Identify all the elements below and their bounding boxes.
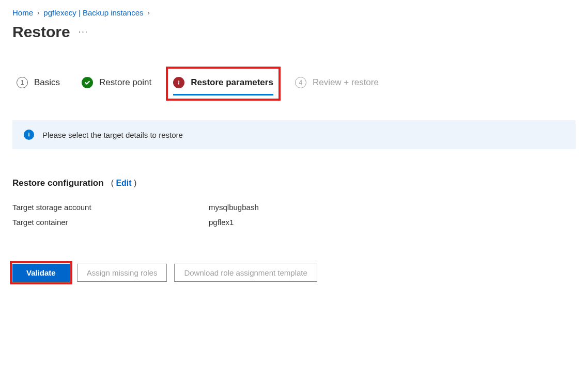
svg-rect-3: [28, 134, 29, 137]
tab-restore-point[interactable]: Restore point: [82, 74, 151, 91]
info-icon: [24, 130, 34, 140]
error-icon: [173, 77, 184, 88]
svg-rect-1: [178, 82, 179, 85]
section-header: Restore configuration ( Edit ): [12, 178, 576, 188]
detail-value: mysqlbugbash: [209, 203, 576, 212]
section-title: Restore configuration: [12, 178, 104, 188]
actions-bar: Validate Assign missing roles Download r…: [12, 264, 576, 282]
edit-link[interactable]: Edit: [116, 179, 131, 187]
detail-label: Target storage account: [12, 203, 209, 212]
breadcrumb-instances[interactable]: pgflexecy | Backup instances: [43, 8, 143, 17]
tab-basics[interactable]: 1 Basics: [17, 74, 60, 91]
detail-row-storage: Target storage account mysqlbugbash: [12, 203, 576, 212]
tab-label: Restore point: [99, 77, 151, 88]
chevron-right-icon: ›: [37, 9, 39, 17]
step-number-icon: 1: [17, 77, 28, 88]
more-icon[interactable]: ···: [79, 27, 88, 37]
page-title: Restore: [12, 23, 70, 41]
info-banner: Please select the target details to rest…: [12, 120, 576, 149]
assign-missing-roles-button[interactable]: Assign missing roles: [77, 264, 167, 282]
info-banner-text: Please select the target details to rest…: [42, 131, 183, 139]
breadcrumb: Home › pgflexecy | Backup instances ›: [12, 8, 576, 17]
detail-label: Target container: [12, 218, 209, 227]
checkmark-icon: [82, 77, 93, 88]
svg-point-0: [178, 81, 179, 82]
validate-button[interactable]: Validate: [12, 264, 70, 282]
detail-value: pgflex1: [209, 218, 576, 227]
breadcrumb-home[interactable]: Home: [12, 8, 33, 17]
download-role-template-button[interactable]: Download role assignment template: [174, 264, 317, 282]
detail-row-container: Target container pgflex1: [12, 218, 576, 227]
tab-label: Basics: [34, 77, 60, 88]
chevron-right-icon: ›: [148, 9, 150, 17]
tab-label: Restore parameters: [191, 77, 273, 88]
edit-link-wrap: ( Edit ): [111, 179, 137, 188]
wizard-tabs: 1 Basics Restore point Restore parameter…: [12, 74, 576, 91]
tab-restore-parameters[interactable]: Restore parameters: [173, 74, 273, 91]
tab-label: Review + restore: [313, 77, 379, 88]
tab-review[interactable]: 4 Review + restore: [295, 74, 379, 91]
page-title-row: Restore ···: [12, 23, 576, 41]
svg-point-2: [28, 133, 29, 134]
step-number-icon: 4: [295, 77, 306, 88]
